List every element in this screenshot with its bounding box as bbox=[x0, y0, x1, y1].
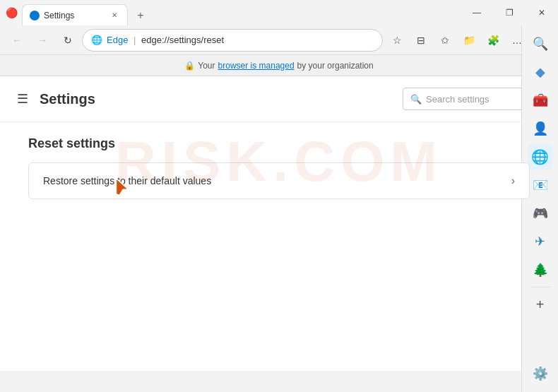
extensions-button[interactable]: 🧩 bbox=[482, 29, 504, 52]
settings-content: RISK.COM Reset settings Restore settings… bbox=[0, 122, 558, 213]
title-bar: 🔴 Settings ✕ + — ❐ ✕ bbox=[0, 0, 558, 25]
sidebar-divider bbox=[530, 287, 550, 287]
restore-defaults-row[interactable]: Restore settings to their default values… bbox=[28, 162, 530, 199]
back-button[interactable]: ← bbox=[6, 29, 28, 52]
forward-button[interactable]: → bbox=[31, 29, 54, 52]
refresh-button[interactable]: ↻ bbox=[57, 29, 79, 52]
splitscreen-button[interactable]: ⊟ bbox=[410, 29, 432, 52]
sidebar-settings-icon[interactable]: ⚙️ bbox=[528, 361, 553, 371]
title-bar-left: 🔴 Settings ✕ + bbox=[6, 0, 150, 25]
sidebar-tools-icon[interactable]: 🧰 bbox=[528, 88, 553, 113]
collections-button[interactable]: 📁 bbox=[458, 29, 480, 52]
chevron-right-icon: › bbox=[511, 174, 515, 187]
add-favorites-button[interactable]: ✩ bbox=[434, 29, 456, 52]
address-url: edge://settings/reset bbox=[141, 35, 224, 45]
settings-page-title: Settings bbox=[40, 91, 95, 107]
address-text: Edge | edge://settings/reset bbox=[107, 35, 374, 45]
restore-defaults-label: Restore settings to their default values bbox=[43, 175, 511, 186]
notification-text-before: Your bbox=[198, 61, 215, 71]
notification-lock-icon: 🔒 bbox=[184, 61, 195, 71]
close-button[interactable]: ✕ bbox=[526, 0, 558, 25]
sidebar-collections-icon[interactable]: ◆ bbox=[528, 59, 553, 85]
sidebar-tree-icon[interactable]: 🌲 bbox=[528, 257, 553, 283]
tab-favicon bbox=[30, 11, 40, 20]
notification-text-after: by your organization bbox=[297, 61, 374, 71]
settings-tab[interactable]: Settings ✕ bbox=[22, 4, 128, 25]
profile-dot-icon: 🔴 bbox=[6, 7, 18, 18]
section-title: Reset settings bbox=[28, 136, 530, 151]
restore-button[interactable]: ❐ bbox=[493, 0, 526, 25]
window-controls: — ❐ ✕ bbox=[461, 0, 558, 25]
hamburger-menu-button[interactable]: ☰ bbox=[14, 88, 31, 109]
settings-panel: 🔒 Your browser is managed by your organi… bbox=[0, 55, 558, 371]
sidebar-add-button[interactable]: + bbox=[528, 292, 553, 317]
notification-bar: 🔒 Your browser is managed by your organi… bbox=[0, 55, 558, 76]
favorites-button[interactable]: ☆ bbox=[386, 29, 408, 52]
tab-title: Settings bbox=[44, 11, 74, 20]
security-icon: 🌐 bbox=[91, 35, 102, 45]
settings-header: ☰ Settings 🔍 bbox=[0, 76, 558, 122]
tab-close-button[interactable]: ✕ bbox=[109, 10, 120, 21]
new-tab-button[interactable]: + bbox=[131, 6, 150, 25]
search-icon: 🔍 bbox=[410, 94, 422, 105]
toolbar: ← → ↻ 🌐 Edge | edge://settings/reset ☆ ⊟… bbox=[0, 25, 558, 55]
sidebar-telegram-icon[interactable]: ✈ bbox=[528, 229, 553, 254]
address-separator: | bbox=[131, 35, 138, 45]
address-bar[interactable]: 🌐 Edge | edge://settings/reset bbox=[82, 29, 383, 52]
edge-label: Edge bbox=[107, 35, 128, 45]
sidebar-search-icon[interactable]: 🔍 bbox=[528, 55, 553, 57]
notification-link[interactable]: browser is managed bbox=[218, 61, 295, 71]
minimize-button[interactable]: — bbox=[461, 0, 493, 25]
tab-area: Settings ✕ + bbox=[22, 0, 150, 25]
content-area: 🔒 Your browser is managed by your organi… bbox=[0, 55, 558, 371]
